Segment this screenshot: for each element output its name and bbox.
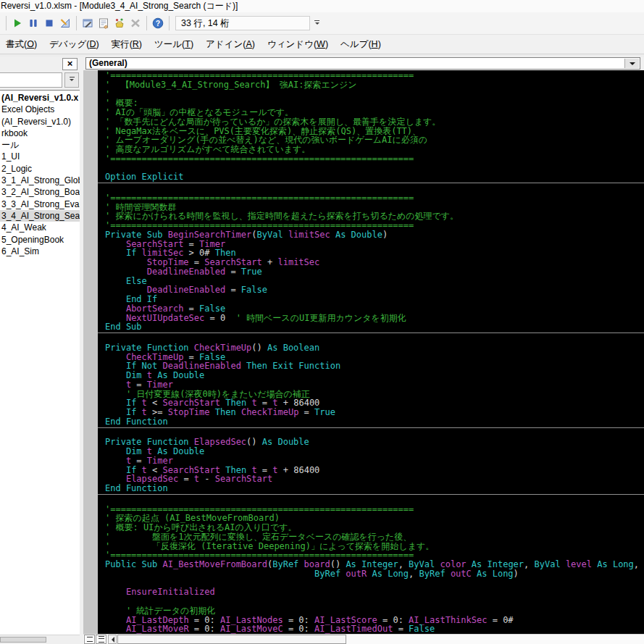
project-tree-item[interactable]: 6_AI_Sim xyxy=(0,246,80,257)
code-line: DeadlineEnabled = False xyxy=(105,285,644,295)
toolbar: ? 33 行, 14 桁 xyxy=(0,12,644,35)
vbe-window: Reversi_v1.0.xlsm - [Module3_4_AI_Strong… xyxy=(0,0,644,644)
help-icon: ? xyxy=(152,17,164,29)
object-box-dropdown-button[interactable] xyxy=(624,59,639,68)
project-tree-item[interactable]: 1_UI xyxy=(0,151,80,162)
project-tree-item[interactable]: rkbook xyxy=(0,127,80,139)
project-tree-item[interactable]: (AI_Reversi_v1.0) xyxy=(0,116,80,127)
full-module-view-button[interactable] xyxy=(96,635,106,644)
window-title: Reversi_v1.0.xlsm - [Module3_4_AI_Strong… xyxy=(1,1,238,11)
code-line: Dim t As Double xyxy=(105,371,644,380)
close-icon: × xyxy=(67,58,73,69)
code-h-scrollbar-thumb[interactable] xyxy=(117,635,346,644)
code-line: ' xyxy=(105,90,644,99)
reset-button[interactable] xyxy=(41,15,57,31)
menu-item-window[interactable]: ウィンドウ(W) xyxy=(267,38,328,51)
toolbox-icon xyxy=(130,17,141,29)
toolbar-separator xyxy=(146,16,147,30)
project-tree-item[interactable]: (AI_Reversi_v1.0.x xyxy=(0,92,80,104)
code-line: AI_LastMoveR = 0: AI_LastMoveC = 0: AI_L… xyxy=(105,624,644,634)
toolbar-options-icon xyxy=(314,20,319,21)
code-line: DeadlineEnabled = True xyxy=(105,267,644,277)
properties-window-button[interactable] xyxy=(96,15,112,31)
project-tree-item[interactable]: 3_2_AI_Strong_Board xyxy=(0,186,80,198)
object-box-dropdown[interactable]: (General) xyxy=(85,57,640,70)
project-tree[interactable]: (AI_Reversi_v1.0.xExcel Objects(AI_Rever… xyxy=(0,90,80,635)
code-line: Option Explicit xyxy=(105,172,644,182)
menu-item-tools[interactable]: ツール(T) xyxy=(154,38,193,51)
code-line xyxy=(105,164,644,173)
code-line: '=======================================… xyxy=(105,154,644,164)
reset-icon xyxy=(43,17,55,29)
code-editor[interactable]: '=======================================… xyxy=(83,70,644,634)
object-browser-icon xyxy=(114,17,125,29)
procedure-divider xyxy=(98,182,644,184)
code-line: If t >= StopTime Then CheckTimeUp = True xyxy=(105,408,644,417)
close-button[interactable]: × xyxy=(62,58,78,70)
design-mode-button[interactable] xyxy=(57,15,73,31)
properties-window-icon xyxy=(98,17,109,29)
project-explorer-icon xyxy=(82,17,93,29)
project-tree-item[interactable]: 2_Logic xyxy=(0,163,80,175)
toolbar-options-button[interactable] xyxy=(311,14,322,32)
code-window: (General) '=============================… xyxy=(83,57,644,644)
toolbar-options-icon xyxy=(70,77,75,78)
toolbar-separator xyxy=(6,16,7,30)
menu-item-format[interactable]: 書式(O) xyxy=(6,38,37,51)
project-tree-item[interactable]: 4_AI_Weak xyxy=(0,222,80,233)
full-module-view-icon xyxy=(99,636,104,643)
procedure-divider xyxy=(98,493,644,495)
code-line: NextUIUpdateSec = 0 ' 時間ベースのUI更新用カウンタを初期… xyxy=(105,314,644,323)
code-line: ' 【Module3_4_AI_Strong_Search】 強AI:探索エンジ… xyxy=(105,80,644,90)
object-box-row: (General) xyxy=(83,57,644,70)
design-mode-icon xyxy=(59,17,71,29)
title-bar: Reversi_v1.0.xlsm - [Module3_4_AI_Strong… xyxy=(0,0,644,12)
run-button[interactable] xyxy=(9,15,25,31)
project-panel-header: × xyxy=(0,57,80,71)
toolbar-separator xyxy=(169,16,170,30)
code-line: Dim t As Double xyxy=(105,447,644,456)
code-line: '=======================================… xyxy=(105,193,644,203)
project-tree-item[interactable]: 5_OpeningBook xyxy=(0,234,80,246)
code-line: EnsureInitialized xyxy=(105,587,644,597)
margin-indicator-bar xyxy=(83,70,98,634)
project-tree-item[interactable]: Excel Objects xyxy=(0,104,80,115)
project-explorer-button[interactable] xyxy=(80,15,96,31)
procedure-divider xyxy=(98,427,644,429)
object-box-value: (General) xyxy=(89,58,127,68)
menu-bar: 書式(O)デバッグ(D)実行(R)ツール(T)アドイン(A)ウィンドウ(W)ヘル… xyxy=(0,35,644,54)
chevron-left-icon xyxy=(109,637,114,643)
project-panel-toolbar xyxy=(0,71,80,90)
chevron-down-icon xyxy=(630,62,635,68)
project-toolbar-options-button[interactable] xyxy=(64,72,79,88)
object-browser-button[interactable] xyxy=(112,15,127,31)
procedure-view-button[interactable] xyxy=(84,635,95,644)
menu-item-debug[interactable]: デバッグ(D) xyxy=(49,38,99,51)
project-tree-item[interactable]: 3_3_AI_Strong_Eval xyxy=(0,198,80,210)
code-text[interactable]: '=======================================… xyxy=(98,70,644,634)
procedure-view-icon xyxy=(87,637,93,642)
code-line: ByRef outR As Long, ByRef outC As Long) xyxy=(105,569,644,579)
project-tree-h-scrollbar[interactable] xyxy=(0,635,80,644)
help-button[interactable]: ? xyxy=(150,15,166,31)
code-line: End Function xyxy=(105,484,644,493)
project-tree-h-scrollbar-thumb[interactable] xyxy=(0,637,46,643)
code-line: ElapsedSec = t - SearchStart xyxy=(105,474,644,484)
project-tree-item[interactable]: 3_4_AI_Strong_Search xyxy=(0,210,80,222)
toolbar-separator xyxy=(76,16,77,30)
project-panel-combo-stub[interactable] xyxy=(0,72,62,88)
menu-item-add-ins[interactable]: アドイン(A) xyxy=(206,38,255,51)
project-explorer-panel: × (AI_Reversi_v1.0.xExcel Objects(AI_Rev… xyxy=(0,57,80,644)
menu-item-help[interactable]: ヘルプ(H) xyxy=(340,38,381,51)
code-line: End Function xyxy=(105,417,644,427)
break-button[interactable] xyxy=(25,15,41,31)
code-h-scrollbar[interactable] xyxy=(83,634,644,644)
break-icon xyxy=(28,17,39,29)
project-tree-item[interactable]: ール xyxy=(0,139,80,151)
scroll-left-button[interactable] xyxy=(108,635,117,644)
menu-item-run[interactable]: 実行(R) xyxy=(112,38,142,51)
svg-text:?: ? xyxy=(156,19,160,28)
project-tree-item[interactable]: 3_1_AI_Strong_Global xyxy=(0,175,80,186)
toolbox-button xyxy=(127,15,143,31)
procedure-divider xyxy=(98,332,644,334)
